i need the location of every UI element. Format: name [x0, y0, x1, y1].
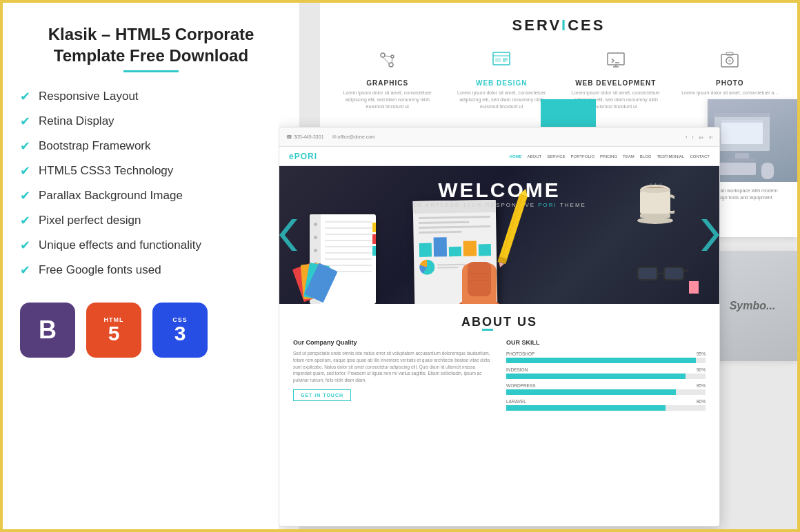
company-quality-text: Sed ut perspiciatis unde omnis iste natu…: [293, 350, 492, 384]
check-icon: ✔: [20, 114, 30, 129]
mock-hero-section: ‹ › WELCOME TO ARTLESS 100% RESPONSIVE P…: [279, 166, 719, 304]
mock-logo: ePORI: [289, 152, 317, 161]
mock-main-nav: ePORI HOME ABOUT SERVICE PORTFOLIO PRICI…: [279, 147, 719, 166]
side-card-photo: [708, 99, 797, 182]
check-icon: ✔: [20, 238, 30, 253]
svg-rect-25: [728, 158, 756, 161]
skill-photoshop: PHOTOSHOP95%: [506, 351, 706, 363]
svg-rect-22: [721, 120, 763, 144]
badges-row: B HTML 5 CSS 3: [20, 303, 282, 358]
svg-rect-8: [495, 58, 501, 62]
mock-nav-links: f t g+ in: [686, 135, 712, 139]
list-item: ✔HTML5 CSS3 Technology: [20, 163, 282, 178]
side-card-2: Symbo...: [708, 251, 797, 361]
service-photo-desc: Lorem ipsum dolor sit amet, consectetuer…: [679, 90, 781, 96]
list-item: ✔Responsive Layout: [20, 89, 282, 104]
desk-illustration: [708, 99, 797, 182]
svg-line-5: [392, 58, 392, 63]
mock-about-section: ABOUT US Our Company Quality Sed ut pers…: [279, 304, 719, 426]
list-item: ✔Parallax Background Image: [20, 188, 282, 203]
hero-next-button[interactable]: ›: [701, 219, 719, 251]
mock-phone: ☎ 305-449-3301: [286, 134, 324, 140]
svg-rect-30: [468, 262, 491, 296]
photo-icon: [679, 50, 781, 75]
svg-point-43: [637, 217, 673, 224]
service-webdev-name: WEB DEVELOPMENT: [565, 79, 667, 87]
service-webdesign: WEB DESIGN Lorem ipsum dolor sit amet, c…: [448, 44, 556, 115]
side-card-symbol-area: Symbo...: [708, 251, 797, 361]
svg-rect-24: [735, 153, 749, 158]
hero-subtitle-text: TO ARTLESS 100% RESPONSIVE PORI THEME: [412, 202, 586, 208]
svg-rect-21: [714, 113, 770, 117]
graphics-icon: [337, 50, 439, 75]
about-skills: OUR SKILL PHOTOSHOP95% INDESIGN90%: [506, 339, 706, 415]
svg-line-48: [683, 270, 688, 272]
webdesign-icon: [451, 50, 553, 75]
color-swatches: [303, 264, 338, 298]
svg-rect-27: [761, 163, 774, 179]
svg-rect-44: [638, 267, 657, 280]
svg-point-0: [381, 53, 385, 57]
check-icon: ✔: [20, 163, 30, 178]
hero-prev-button[interactable]: ‹: [279, 219, 297, 251]
service-graphics-name: GRAPHICS: [337, 79, 439, 87]
right-area: SERVICES GRAPHICS Lorem ipsum dolor sit …: [279, 3, 797, 532]
check-icon: ✔: [20, 89, 30, 104]
check-icon: ✔: [20, 139, 30, 154]
services-title: SERVICES: [334, 17, 783, 34]
side-card-1: Clean workspace with modern design tools…: [708, 99, 797, 237]
left-panel: Klasik – HTML5 Corporate Template Free D…: [3, 3, 299, 532]
hero-welcome-text: WELCOME: [412, 178, 586, 202]
list-item: ✔Bootstrap Framework: [20, 139, 282, 154]
service-graphics-desc: Lorem ipsum dolor sit amet, consectetuer…: [337, 90, 439, 110]
svg-point-18: [728, 59, 731, 62]
svg-rect-23: [721, 120, 763, 123]
about-title: ABOUT US: [293, 315, 706, 329]
service-graphics: GRAPHICS Lorem ipsum dolor sit amet, con…: [334, 44, 441, 115]
side-card-text: Clean workspace with modern design tools…: [713, 187, 792, 201]
check-icon: ✔: [20, 213, 30, 228]
list-item: ✔Free Google fonts used: [20, 263, 282, 278]
service-webdesign-desc: Lorem ipsum dolor sit amet, consectetuer…: [451, 90, 553, 110]
css3-badge: CSS 3: [152, 303, 208, 358]
service-photo-name: PHOTO: [679, 79, 781, 87]
webdev-icon: [565, 50, 667, 75]
list-item: ✔Pixel perfect design: [20, 213, 282, 228]
svg-line-3: [384, 56, 391, 57]
mock-email: ✉ office@done.com: [332, 134, 375, 140]
company-quality-title: Our Company Quality: [293, 339, 492, 346]
mockup-browser: ☎ 305-449-3301 ✉ office@done.com f t g+ …: [279, 127, 720, 526]
skill-wordpress: WORDPRESS85%: [506, 383, 706, 395]
bootstrap-badge: B: [20, 303, 75, 358]
list-item: ✔Retina Display: [20, 114, 282, 129]
skill-laravel: LARAVEL80%: [506, 399, 706, 411]
feature-list: ✔Responsive Layout ✔Retina Display ✔Boot…: [20, 89, 282, 278]
svg-point-41: [640, 187, 670, 193]
title-underline: [123, 70, 179, 72]
page-title: Klasik – HTML5 Corporate Template Free D…: [20, 23, 282, 66]
hero-text: WELCOME TO ARTLESS 100% RESPONSIVE PORI …: [412, 178, 586, 208]
service-webdesign-name: WEB DESIGN: [451, 79, 553, 87]
about-company-quality: Our Company Quality Sed ut perspiciatis …: [293, 339, 492, 415]
svg-point-2: [389, 63, 393, 67]
hero-coffee: [637, 183, 674, 227]
pink-rect: [689, 281, 699, 294]
skills-title: OUR SKILL: [506, 339, 706, 346]
about-columns: Our Company Quality Sed ut perspiciatis …: [293, 339, 706, 415]
skill-indesign: INDESIGN90%: [506, 367, 706, 379]
check-icon: ✔: [20, 263, 30, 278]
svg-point-1: [391, 55, 394, 58]
svg-rect-26: [718, 163, 756, 175]
get-in-touch-button[interactable]: GET IN TOUCH: [293, 389, 351, 401]
check-icon: ✔: [20, 188, 30, 203]
mock-nav-bar: ☎ 305-449-3301 ✉ office@done.com f t g+ …: [279, 127, 719, 147]
svg-rect-45: [664, 267, 683, 280]
hero-glasses: [637, 263, 688, 287]
html5-badge: HTML 5: [86, 303, 141, 358]
svg-line-4: [383, 57, 390, 64]
svg-rect-40: [640, 190, 670, 214]
list-item: ✔Unique effects and functionality: [20, 238, 282, 253]
